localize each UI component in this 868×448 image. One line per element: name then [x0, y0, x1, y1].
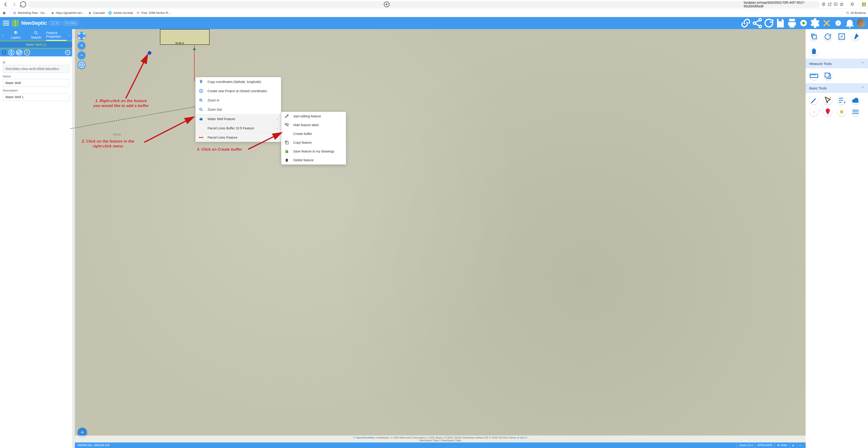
- url-bar[interactable]: landplan.io/map/30d29552-f3f5-40f7-8527-…: [28, 1, 820, 8]
- tab-search[interactable]: Search: [26, 29, 46, 41]
- extensions-icon[interactable]: [850, 2, 855, 7]
- feature-close[interactable]: ✕: [65, 50, 70, 55]
- tools-button[interactable]: [821, 17, 832, 29]
- list-tool[interactable]: [837, 96, 846, 104]
- save-button[interactable]: [775, 17, 786, 29]
- link-button[interactable]: [740, 17, 751, 29]
- osm-link[interactable]: OpenStreetMap: [356, 436, 375, 439]
- bookmark-item[interactable]: MFwd: 2088 Norton R…: [136, 11, 171, 15]
- status-bar: 789298.530, 1905234.329 Zoom 21.4 EPSG:6…: [75, 443, 806, 448]
- id-field[interactable]: [3, 65, 69, 73]
- cloud-tool[interactable]: [851, 96, 860, 104]
- status-home[interactable]: ⌂: [797, 443, 803, 448]
- feature-tool-select[interactable]: [24, 50, 30, 56]
- feature-tool-highlight[interactable]: [8, 50, 14, 56]
- compass-tool[interactable]: ⌾: [810, 108, 818, 116]
- menu-button[interactable]: [1, 19, 11, 28]
- parcel-polygon[interactable]: [160, 29, 210, 45]
- sub-create-buffer[interactable]: Create buffer: [281, 129, 346, 138]
- arrow-2-icon: [142, 115, 197, 145]
- info-button[interactable]: i: [832, 17, 844, 29]
- ruler-tool[interactable]: [810, 72, 818, 80]
- circle-tool[interactable]: [837, 108, 846, 116]
- locate-button[interactable]: [78, 61, 86, 69]
- terms-link[interactable]: Terms of Use: [509, 436, 525, 439]
- map-chip[interactable]: First Map: [63, 21, 78, 25]
- refresh-button[interactable]: [763, 17, 775, 29]
- ctx-water-well[interactable]: Water Well Feature ›: [195, 114, 281, 123]
- sidebar-tabs: ‹ Layers Search Feature Properties ›: [0, 29, 72, 41]
- notifications-button[interactable]: [844, 17, 856, 29]
- status-epsg[interactable]: EPSG:6475: [755, 443, 774, 448]
- right-panel: Measure Tools⌃ Basic Tools⌃ ⌾: [806, 29, 868, 448]
- sub-label: Copy feature: [293, 141, 312, 145]
- description-field[interactable]: [3, 93, 69, 101]
- zoom-in-button[interactable]: +: [78, 41, 86, 50]
- open-new-icon[interactable]: [827, 2, 832, 7]
- pencil-tool[interactable]: [810, 96, 818, 104]
- rotate-tool[interactable]: [824, 32, 832, 41]
- ctx-zoom-out[interactable]: Zoom Out: [195, 105, 281, 114]
- tree-button[interactable]: 🌳: [798, 17, 809, 29]
- install-icon[interactable]: [833, 2, 838, 7]
- map-controls: + −: [78, 32, 86, 69]
- delete-tool[interactable]: [810, 47, 818, 56]
- zoom-out-button[interactable]: −: [78, 51, 86, 59]
- svg-rect-15: [286, 142, 288, 144]
- sub-save[interactable]: Save feature to my drawings: [281, 147, 346, 156]
- landplan-ext-icon[interactable]: [862, 2, 866, 6]
- sidebar-resizer[interactable]: [72, 29, 75, 448]
- bookmark-item[interactable]: ▤Marketing Plan - Go…: [13, 11, 48, 15]
- sub-edit[interactable]: start editing feature: [281, 112, 346, 121]
- avatar[interactable]: [857, 19, 865, 27]
- map[interactable]: 39.86 ft 132.16 + − + Copy coordinates (…: [75, 29, 806, 448]
- settings-button[interactable]: [809, 17, 821, 29]
- bookmark-item[interactable]: ◆Cascade: [88, 11, 105, 15]
- bounds-tool[interactable]: [837, 32, 846, 41]
- pin-icon: [199, 79, 204, 84]
- bookmark-item[interactable]: 🌐Adobe Acrobat: [108, 11, 133, 15]
- section-measure[interactable]: Measure Tools⌃: [806, 59, 868, 68]
- tabs-next[interactable]: ›: [67, 29, 72, 41]
- location-icon[interactable]: [821, 2, 826, 7]
- all-bookmarks[interactable]: 🗀All Bookma: [846, 11, 866, 14]
- tab-feature-props[interactable]: Feature Properties: [46, 29, 67, 41]
- map-canvas[interactable]: [75, 29, 806, 448]
- bookmark-item[interactable]: ◆https://gisadmin.lan…: [51, 11, 85, 15]
- reload-button[interactable]: [20, 1, 27, 8]
- feature-tool-visibility[interactable]: [16, 50, 22, 56]
- name-field[interactable]: [3, 79, 69, 87]
- status-zoom[interactable]: Zoom 21.4: [737, 443, 755, 448]
- svg-point-7: [34, 31, 37, 33]
- annotation-2: 2. Click on the feature in theright-clic…: [82, 139, 134, 149]
- tabs-prev[interactable]: ‹: [0, 29, 5, 41]
- tab-label: Search: [31, 36, 41, 39]
- svg-line-17: [144, 117, 194, 142]
- share-button[interactable]: [751, 17, 763, 29]
- status-north[interactable]: ▲: [789, 443, 797, 448]
- fullscreen-button[interactable]: [78, 32, 86, 40]
- sub-copy[interactable]: Copy feature: [281, 138, 346, 147]
- status-units[interactable]: ⚙ Units: [775, 443, 789, 448]
- brush-tool[interactable]: [851, 32, 860, 41]
- more-tool[interactable]: [851, 108, 860, 116]
- ctx-new-project[interactable]: Create new Project at clicked coordinate…: [195, 87, 281, 96]
- print-button[interactable]: [786, 17, 798, 29]
- pin-tool[interactable]: [824, 108, 832, 116]
- apps-button[interactable]: ▦: [2, 11, 6, 15]
- section-basic[interactable]: Basic Tools⌃: [806, 83, 868, 93]
- sub-delete[interactable]: Delete feature: [281, 156, 346, 164]
- export-tool[interactable]: [824, 72, 832, 80]
- feature-line[interactable]: [194, 45, 194, 81]
- back-button[interactable]: [2, 1, 9, 8]
- menu-icon[interactable]: ⋮: [856, 2, 861, 7]
- copy-tool[interactable]: [810, 32, 818, 41]
- forward-button[interactable]: [11, 1, 18, 8]
- ctx-copy-coords[interactable]: Copy coordinates (latitude, longitude): [195, 77, 281, 87]
- cursor-tool[interactable]: [824, 96, 832, 104]
- tab-layers[interactable]: Layers: [5, 29, 26, 41]
- star-icon[interactable]: [839, 2, 844, 7]
- sub-hide-label[interactable]: Hide feature label: [281, 121, 346, 129]
- ctx-zoom-in[interactable]: Zoom In: [195, 96, 281, 105]
- sub-label: Save feature to my drawings: [293, 150, 334, 153]
